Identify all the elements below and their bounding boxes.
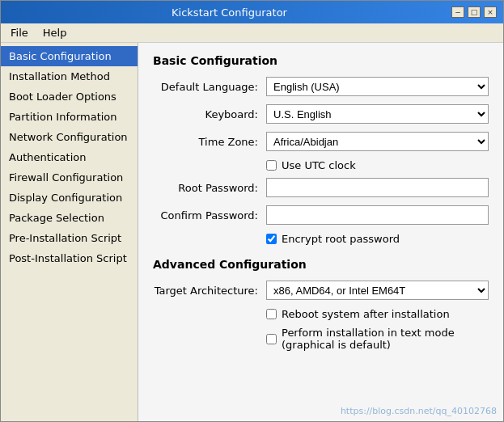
maximize-button[interactable]: □ bbox=[468, 6, 481, 18]
sidebar-item-display-configuration[interactable]: Display Configuration bbox=[1, 188, 138, 208]
root-password-control bbox=[266, 178, 489, 197]
reboot-checkbox[interactable] bbox=[266, 309, 277, 319]
basic-config-title: Basic Configuration bbox=[153, 54, 489, 67]
use-utc-checkbox[interactable] bbox=[266, 160, 277, 171]
sidebar-item-basic-configuration[interactable]: Basic Configuration bbox=[1, 46, 138, 66]
sidebar-item-firewall-configuration[interactable]: Firewall Configuration bbox=[1, 167, 138, 188]
keyboard-control: U.S. English bbox=[266, 104, 489, 124]
encrypt-password-label: Encrypt root password bbox=[282, 233, 400, 245]
text-mode-checkbox[interactable] bbox=[266, 334, 277, 344]
window-controls: − □ × bbox=[451, 6, 497, 18]
time-zone-select[interactable]: Africa/Abidjan bbox=[266, 132, 489, 151]
confirm-password-input[interactable] bbox=[266, 205, 489, 225]
advanced-config-section: Advanced Configuration Target Architectu… bbox=[153, 258, 489, 351]
sidebar-item-post-installation-script[interactable]: Post-Installation Script bbox=[1, 248, 138, 268]
confirm-password-label: Confirm Password: bbox=[153, 209, 266, 222]
confirm-password-control bbox=[266, 205, 489, 225]
watermark: https://blog.csdn.net/qq_40102768 bbox=[341, 406, 497, 416]
default-language-label: Default Language: bbox=[153, 81, 266, 93]
window-title: Kickstart Configurator bbox=[7, 6, 451, 19]
content-area: Basic Configuration Installation Method … bbox=[1, 43, 503, 421]
sidebar-item-pre-installation-script[interactable]: Pre-Installation Script bbox=[1, 228, 138, 248]
sidebar-item-package-selection[interactable]: Package Selection bbox=[1, 208, 138, 228]
encrypt-password-checkbox[interactable] bbox=[266, 234, 277, 244]
text-mode-label: Perform installation in text mode (graph… bbox=[282, 327, 489, 351]
reboot-label: Reboot system after installation bbox=[282, 308, 450, 320]
root-password-input[interactable] bbox=[266, 178, 489, 197]
target-arch-select[interactable]: x86, AMD64, or Intel EM64T bbox=[266, 281, 489, 300]
file-menu[interactable]: File bbox=[4, 25, 35, 40]
utc-clock-row: Use UTC clock bbox=[266, 159, 489, 171]
root-password-row: Root Password: bbox=[153, 178, 489, 197]
default-language-select[interactable]: English (USA) bbox=[266, 77, 489, 96]
keyboard-row: Keyboard: U.S. English bbox=[153, 104, 489, 124]
confirm-password-row: Confirm Password: bbox=[153, 205, 489, 225]
target-arch-control: x86, AMD64, or Intel EM64T bbox=[266, 281, 489, 300]
main-window: Kickstart Configurator − □ × File Help B… bbox=[0, 0, 504, 422]
help-menu[interactable]: Help bbox=[36, 25, 74, 40]
use-utc-label: Use UTC clock bbox=[282, 159, 356, 171]
root-password-label: Root Password: bbox=[153, 182, 266, 194]
sidebar-item-network-configuration[interactable]: Network Configuration bbox=[1, 127, 138, 147]
main-panel: Basic Configuration Default Language: En… bbox=[138, 43, 503, 421]
menu-bar: File Help bbox=[1, 23, 503, 43]
reboot-row: Reboot system after installation bbox=[266, 308, 489, 320]
sidebar-item-authentication[interactable]: Authentication bbox=[1, 147, 138, 167]
advanced-config-title: Advanced Configuration bbox=[153, 258, 489, 271]
title-bar: Kickstart Configurator − □ × bbox=[1, 1, 503, 23]
close-button[interactable]: × bbox=[484, 6, 497, 18]
time-zone-row: Time Zone: Africa/Abidjan bbox=[153, 132, 489, 151]
time-zone-control: Africa/Abidjan bbox=[266, 132, 489, 151]
keyboard-label: Keyboard: bbox=[153, 108, 266, 120]
keyboard-select[interactable]: U.S. English bbox=[266, 104, 489, 124]
default-language-row: Default Language: English (USA) bbox=[153, 77, 489, 96]
default-language-control: English (USA) bbox=[266, 77, 489, 96]
sidebar-item-boot-loader-options[interactable]: Boot Loader Options bbox=[1, 87, 138, 107]
encrypt-password-row: Encrypt root password bbox=[266, 233, 489, 245]
time-zone-label: Time Zone: bbox=[153, 136, 266, 148]
sidebar-item-installation-method[interactable]: Installation Method bbox=[1, 66, 138, 87]
text-mode-row: Perform installation in text mode (graph… bbox=[266, 327, 489, 351]
target-arch-label: Target Architecture: bbox=[153, 285, 266, 297]
sidebar: Basic Configuration Installation Method … bbox=[1, 43, 138, 421]
target-arch-row: Target Architecture: x86, AMD64, or Inte… bbox=[153, 281, 489, 300]
sidebar-item-partition-information[interactable]: Partition Information bbox=[1, 107, 138, 127]
minimize-button[interactable]: − bbox=[451, 6, 464, 18]
